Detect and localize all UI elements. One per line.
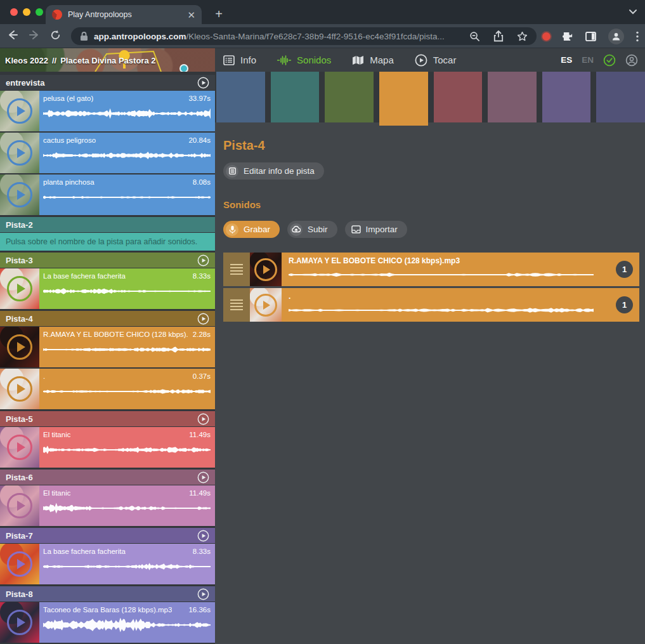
action-label: Subir [308,225,328,234]
account-icon[interactable] [625,54,638,67]
sound-clip[interactable]: R.AMAYA Y EL BOBOTE CHICO (128 kbps)....… [0,327,215,367]
minimize-window-button[interactable] [23,8,30,16]
drag-handle-icon[interactable] [223,253,250,286]
clip-play-icon[interactable] [7,551,32,577]
track-header[interactable]: Pista-6 [0,470,215,485]
tab-close-icon[interactable]: ✕ [187,10,195,20]
clip-play-icon[interactable] [7,276,32,301]
sound-clip[interactable]: El titanic11.49s [0,427,215,468]
importar-button[interactable]: Importar [345,221,407,238]
sound-clip[interactable]: pelusa (el gato)33.97s [0,91,215,131]
sound-clip[interactable]: El titanic11.49s [0,485,215,526]
sound-play-icon[interactable] [254,294,277,317]
track-play-button[interactable] [197,254,209,266]
sound-row[interactable]: .1 [223,288,639,322]
zoom-out-icon[interactable] [469,31,480,42]
track-play-button[interactable] [197,588,209,600]
track-header[interactable]: Pista-4 [0,311,215,326]
clip-duration: 8.33s [193,548,211,555]
check-circle-icon[interactable] [603,54,616,67]
add-sounds-hint[interactable]: Pulsa sobre el nombre de la pista para a… [0,233,215,251]
track-play-button[interactable] [197,77,209,89]
track-header[interactable]: Pista-3 [0,253,215,268]
track-header[interactable]: entrevista [0,75,215,90]
forward-button[interactable] [28,29,41,41]
sound-play-icon[interactable] [254,258,277,281]
tab-mapa[interactable]: Mapa [352,55,394,65]
bookmark-star-icon[interactable] [517,31,528,42]
track-color-tab-7[interactable] [542,72,591,122]
sound-clip[interactable]: cactus peligroso20.84s [0,133,215,173]
track-color-tab-1[interactable] [216,72,265,122]
new-tab-button[interactable]: + [211,6,227,22]
track-color-tab-4[interactable] [379,72,428,126]
share-icon[interactable] [493,30,504,42]
clip-play-icon[interactable] [7,182,32,207]
breadcrumb: Kleos 2022//Placeta Divina Pastora 2 [5,55,155,65]
track-color-tab-8[interactable] [596,72,645,122]
track-color-tab-3[interactable] [325,72,374,122]
track-name: Pista-6 [6,473,33,482]
tab-search-chevron-icon[interactable] [629,8,637,16]
track-color-tab-2[interactable] [271,72,320,122]
tab-sonidos[interactable]: Sonidos [277,55,331,65]
sound-title: . [289,292,601,301]
sound-clip[interactable]: .0.37s [0,369,215,409]
clip-play-icon[interactable] [7,493,32,518]
track-header[interactable]: Pista-7 [0,528,215,543]
app-header: Kleos 2022//Placeta Divina Pastora 2 Inf… [0,48,645,72]
browser-tab[interactable]: Play Antropoloops ✕ [46,5,202,24]
tab-tocar[interactable]: Tocar [415,54,457,67]
track-header[interactable]: Pista-8 [0,586,215,601]
track-color-tab-6[interactable] [488,72,537,122]
back-button[interactable] [6,29,19,41]
sound-count-badge: 1 [616,296,633,313]
recording-extension-icon[interactable] [542,32,551,41]
side-panel-icon[interactable] [585,32,596,41]
sound-row[interactable]: R.AMAYA Y EL BOBOTE CHICO (128 kbps).mp3… [223,253,639,286]
reload-button[interactable] [49,29,62,41]
play-circle-icon [415,54,427,67]
clip-play-icon[interactable] [7,435,32,460]
browser-menu-icon[interactable] [636,31,639,42]
clip-play-icon[interactable] [7,140,32,166]
language-toggle-es[interactable]: ES [561,55,572,65]
clip-play-icon[interactable] [7,334,32,360]
drag-handle-icon[interactable] [223,288,250,322]
track-color-tab-5[interactable] [434,72,483,122]
clip-title: La base fachera facherita [43,548,126,555]
track-play-button[interactable] [197,313,209,325]
clip-thumbnail [0,485,39,526]
tab-info[interactable]: Info [223,55,256,65]
clip-waveform [43,147,211,164]
close-window-button[interactable] [10,8,18,16]
clip-title: Taconeo de Sara Baras (128 kbps).mp3 [43,606,172,614]
browser-profile-avatar[interactable] [608,29,624,44]
clip-title: La base fachera facherita [43,272,126,280]
sound-actions: GrabarSubirImportar [223,221,645,238]
subir-button[interactable]: Subir [287,221,337,238]
sound-clip[interactable]: La base fachera facherita8.33s [0,544,215,584]
track-play-button[interactable] [197,530,209,542]
project-name[interactable]: Kleos 2022 [5,55,48,65]
clip-play-icon[interactable] [7,98,32,124]
sound-clip[interactable]: Taconeo de Sara Baras (128 kbps).mp316.3… [0,602,215,643]
sound-clip[interactable]: planta pinchosa8.08s [0,174,215,215]
clip-play-icon[interactable] [7,376,32,402]
edit-track-info-button[interactable]: Editar info de pista [223,162,324,180]
address-bar[interactable]: app.antropoloops.com/Kleos-Santa-Marina/… [71,27,537,45]
nav-label: Sonidos [297,55,331,65]
track-header[interactable]: Pista-2 [0,217,215,232]
browser-tab-strip: Play Antropoloops ✕ + [0,0,645,24]
extensions-puzzle-icon[interactable] [563,31,573,42]
macos-window-controls[interactable] [10,8,43,16]
track-play-button[interactable] [197,413,209,425]
track-header[interactable]: Pista-5 [0,411,215,426]
maximize-window-button[interactable] [36,8,43,16]
language-toggle-en[interactable]: EN [582,55,594,65]
track-play-button[interactable] [197,471,209,483]
project-cover-photo[interactable]: Kleos 2022//Placeta Divina Pastora 2 [0,48,215,72]
grabar-button[interactable]: Grabar [223,221,280,238]
clip-play-icon[interactable] [7,610,32,635]
sound-clip[interactable]: La base fachera facherita8.33s [0,268,215,309]
